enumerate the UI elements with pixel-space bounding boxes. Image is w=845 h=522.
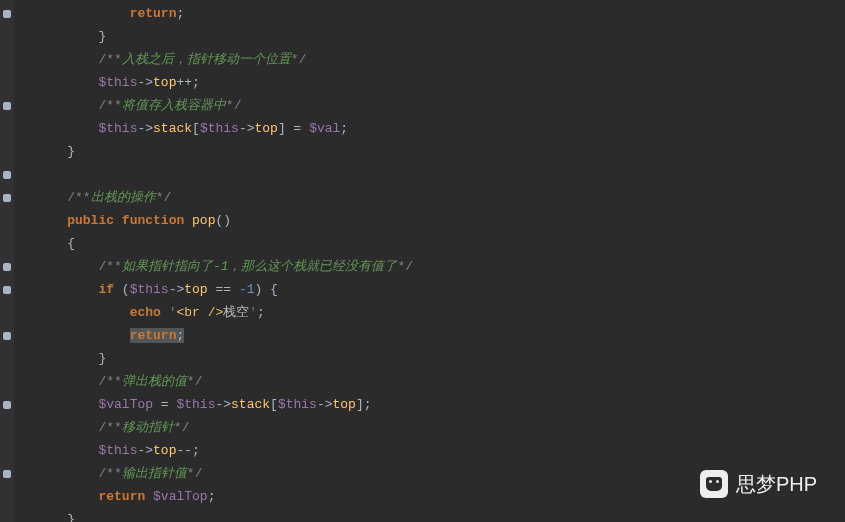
token: ) {	[255, 282, 278, 297]
token: top	[333, 397, 356, 412]
token: -1	[239, 282, 255, 297]
token: --;	[176, 443, 199, 458]
code-line[interactable]: $this->stack[$this->top] = $val;	[14, 117, 845, 140]
code-line[interactable]: $valTop = $this->stack[$this->top];	[14, 393, 845, 416]
token: /**	[67, 190, 90, 205]
gutter-mark	[3, 102, 11, 110]
token: ;	[257, 305, 265, 320]
code-line[interactable]: }	[14, 347, 845, 370]
token: pop	[192, 213, 215, 228]
token: '	[249, 305, 257, 320]
token: 将值存入栈容器中	[122, 98, 226, 113]
token: 出栈的操作	[91, 190, 156, 205]
token: 输出指针值	[122, 466, 187, 481]
token: ()	[215, 213, 231, 228]
token: ;	[176, 328, 184, 343]
token: $this	[176, 397, 215, 412]
code-line[interactable]: public function pop()	[14, 209, 845, 232]
token: 入栈之后，指针移动一个位置	[122, 52, 291, 67]
editor-gutter	[0, 0, 14, 522]
gutter-mark	[3, 401, 11, 409]
token: stack	[153, 121, 192, 136]
token: =	[153, 397, 176, 412]
token: /**	[98, 259, 121, 274]
gutter-mark	[3, 171, 11, 179]
token: public function	[67, 213, 192, 228]
token: ->	[169, 282, 185, 297]
code-line[interactable]: /**出栈的操作*/	[14, 186, 845, 209]
token: ->	[137, 443, 153, 458]
code-line[interactable]: return;	[14, 324, 845, 347]
token: stack	[231, 397, 270, 412]
code-line[interactable]: /**入栈之后，指针移动一个位置*/	[14, 48, 845, 71]
gutter-mark	[3, 10, 11, 18]
token: top	[184, 282, 207, 297]
token: }	[98, 351, 106, 366]
token: top	[255, 121, 278, 136]
code-line[interactable]: return;	[14, 2, 845, 25]
token: ];	[356, 397, 372, 412]
gutter-mark	[3, 286, 11, 294]
token: top	[153, 75, 176, 90]
code-line[interactable]: }	[14, 508, 845, 522]
token: */	[174, 420, 190, 435]
token: */	[187, 374, 203, 389]
gutter-mark	[3, 263, 11, 271]
code-line[interactable]: }	[14, 25, 845, 48]
token: 弹出栈的值	[122, 374, 187, 389]
watermark-text: 思梦PHP	[736, 473, 817, 496]
token: /**	[98, 374, 121, 389]
token: return	[130, 6, 177, 21]
code-line[interactable]: {	[14, 232, 845, 255]
token: [	[192, 121, 200, 136]
token: (	[122, 282, 130, 297]
token: ;	[340, 121, 348, 136]
code-line[interactable]: /**移动指针*/	[14, 416, 845, 439]
token: */	[156, 190, 172, 205]
token: }	[98, 29, 106, 44]
token: return	[130, 328, 177, 343]
token: $valTop	[98, 397, 153, 412]
code-line[interactable]: }	[14, 140, 845, 163]
token: ==	[208, 282, 239, 297]
token: ;	[208, 489, 216, 504]
token: {	[67, 236, 75, 251]
token: ] =	[278, 121, 309, 136]
token: /**	[98, 466, 121, 481]
code-line[interactable]: /**弹出栈的值*/	[14, 370, 845, 393]
token: $this	[278, 397, 317, 412]
token: /**	[98, 420, 121, 435]
gutter-mark	[3, 332, 11, 340]
code-editor[interactable]: return; } /**入栈之后，指针移动一个位置*/ $this->top+…	[14, 0, 845, 522]
token: 移动指针	[122, 420, 174, 435]
watermark: 思梦PHP	[700, 470, 817, 498]
token: 栈空	[223, 305, 249, 320]
token: ->	[137, 75, 153, 90]
token: ->	[215, 397, 231, 412]
token: }	[67, 512, 75, 522]
token: $val	[309, 121, 340, 136]
token: */	[291, 52, 307, 67]
code-line[interactable]	[14, 163, 845, 186]
token: }	[67, 144, 75, 159]
token: $this	[98, 75, 137, 90]
token: */	[187, 466, 203, 481]
code-line[interactable]: echo '<br />栈空';	[14, 301, 845, 324]
token: /**	[98, 98, 121, 113]
token: if	[98, 282, 121, 297]
code-line[interactable]: /**如果指针指向了-1，那么这个栈就已经没有值了*/	[14, 255, 845, 278]
token: */	[226, 98, 242, 113]
code-line[interactable]: $this->top--;	[14, 439, 845, 462]
token: echo	[130, 305, 169, 320]
token: top	[153, 443, 176, 458]
code-line[interactable]: if ($this->top == -1) {	[14, 278, 845, 301]
token: ->	[317, 397, 333, 412]
code-line[interactable]: /**将值存入栈容器中*/	[14, 94, 845, 117]
token: $valTop	[153, 489, 208, 504]
token: ->	[137, 121, 153, 136]
token: ->	[239, 121, 255, 136]
token: return	[98, 489, 153, 504]
token: $this	[98, 121, 137, 136]
token: /**	[98, 52, 121, 67]
code-line[interactable]: $this->top++;	[14, 71, 845, 94]
